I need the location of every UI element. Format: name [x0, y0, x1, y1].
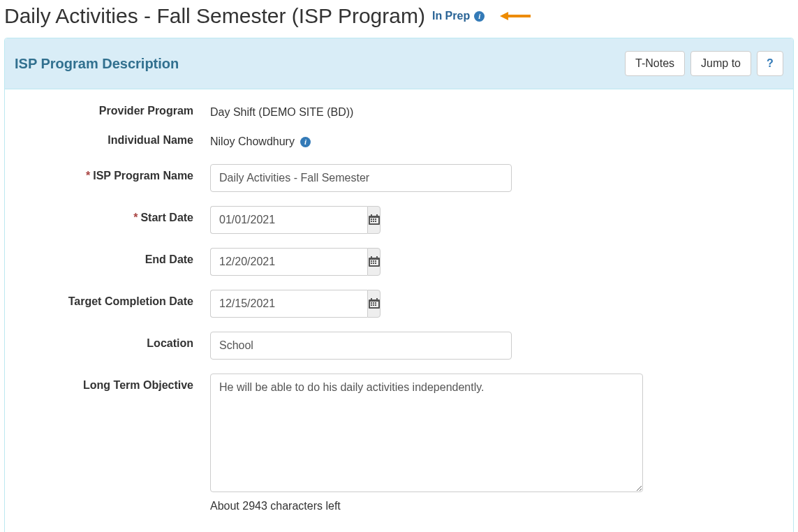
svg-rect-4 [371, 214, 372, 217]
end-date-input[interactable] [210, 248, 367, 276]
svg-rect-16 [371, 260, 372, 262]
info-circle-icon[interactable] [474, 11, 485, 22]
calendar-icon[interactable] [367, 206, 380, 234]
info-circle-icon[interactable] [300, 137, 311, 147]
calendar-icon[interactable] [367, 248, 380, 276]
required-star-icon: * [86, 170, 90, 182]
svg-rect-15 [376, 256, 378, 259]
tnotes-button[interactable]: T-Notes [625, 51, 685, 76]
svg-rect-7 [373, 219, 374, 220]
svg-rect-28 [375, 302, 376, 304]
row-location: Location [15, 332, 783, 360]
target-completion-date-group [210, 290, 380, 318]
svg-rect-31 [375, 304, 376, 306]
svg-rect-18 [375, 260, 376, 262]
svg-rect-9 [371, 221, 372, 222]
isp-panel: ISP Program Description T-Notes Jump to … [4, 38, 794, 532]
label-end-date: End Date [15, 248, 210, 266]
panel-heading: ISP Program Description T-Notes Jump to … [5, 38, 793, 89]
page-title-row: Daily Activities - Fall Semester (ISP Pr… [4, 0, 794, 35]
label-start-date: *Start Date [15, 206, 210, 224]
characters-left-label: About 2943 characters left [210, 500, 783, 512]
svg-rect-5 [376, 214, 378, 217]
svg-rect-6 [371, 219, 372, 220]
svg-rect-14 [371, 256, 372, 259]
required-star-icon: * [133, 212, 138, 223]
value-individual-name: Niloy Chowdhury [210, 134, 295, 149]
help-button[interactable]: ? [757, 51, 783, 76]
end-date-group [210, 248, 380, 276]
long-term-objective-textarea[interactable]: He will be able to do his daily activiti… [210, 374, 643, 492]
start-date-input[interactable] [210, 206, 367, 234]
svg-rect-26 [371, 302, 372, 304]
svg-rect-27 [373, 302, 374, 304]
location-input[interactable] [210, 332, 512, 360]
svg-rect-19 [371, 263, 372, 264]
row-isp-program-name: *ISP Program Name [15, 164, 783, 192]
label-isp-program-name: *ISP Program Name [15, 164, 210, 182]
arrow-left-icon [500, 10, 531, 22]
row-provider-program: Provider Program Day Shift (DEMO SITE (B… [15, 105, 783, 120]
svg-rect-17 [373, 260, 374, 262]
label-individual-name: Individual Name [15, 134, 210, 147]
panel-body: Provider Program Day Shift (DEMO SITE (B… [5, 89, 793, 532]
target-completion-date-input[interactable] [210, 290, 367, 318]
value-provider-program: Day Shift (DEMO SITE (BD)) [210, 105, 783, 120]
panel-actions: T-Notes Jump to ? [625, 51, 783, 76]
row-end-date: End Date [15, 248, 783, 276]
svg-rect-30 [373, 304, 374, 306]
status-label[interactable]: In Prep [432, 10, 470, 22]
svg-rect-11 [375, 221, 376, 222]
svg-rect-10 [373, 221, 374, 222]
row-target-completion-date: Target Completion Date [15, 290, 783, 318]
calendar-icon[interactable] [367, 290, 380, 318]
label-long-term-objective: Long Term Objective [15, 374, 210, 392]
row-individual-name: Individual Name Niloy Chowdhury [15, 134, 783, 149]
isp-program-name-input[interactable] [210, 164, 512, 192]
svg-rect-8 [375, 219, 376, 220]
svg-rect-29 [371, 304, 372, 306]
label-provider-program: Provider Program [15, 105, 210, 117]
row-start-date: *Start Date [15, 206, 783, 234]
row-long-term-objective: Long Term Objective He will be able to d… [15, 374, 783, 512]
svg-marker-1 [500, 12, 508, 20]
label-target-completion-date: Target Completion Date [15, 290, 210, 308]
svg-rect-24 [371, 298, 372, 301]
svg-rect-21 [375, 263, 376, 264]
svg-rect-20 [373, 263, 374, 264]
svg-rect-25 [376, 298, 378, 301]
jumpto-button[interactable]: Jump to [690, 51, 751, 76]
page-title: Daily Activities - Fall Semester (ISP Pr… [4, 4, 425, 28]
panel-title: ISP Program Description [15, 56, 179, 72]
label-location: Location [15, 332, 210, 350]
start-date-group [210, 206, 380, 234]
